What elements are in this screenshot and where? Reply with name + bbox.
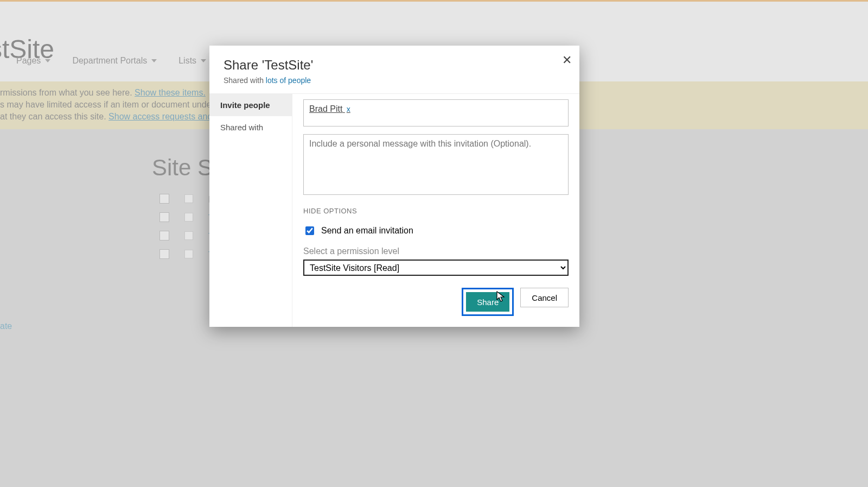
dialog-subtitle: Shared with lots of people (209, 76, 579, 93)
shared-with-prefix: Shared with (224, 76, 266, 85)
person-name: Brad Pitt (309, 104, 342, 113)
dialog-form: Brad Pitt x HIDE OPTIONS Send an email i… (292, 94, 579, 327)
share-button-highlight: Share (462, 288, 514, 316)
message-input[interactable] (303, 134, 569, 195)
remove-person-icon[interactable]: x (347, 105, 350, 113)
share-dialog: ✕ Share 'TestSite' Shared with lots of p… (209, 46, 579, 327)
send-email-label: Send an email invitation (321, 226, 413, 236)
cancel-button[interactable]: Cancel (520, 288, 569, 307)
tab-invite-people[interactable]: Invite people (209, 94, 292, 116)
tab-shared-with[interactable]: Shared with (209, 116, 292, 138)
dialog-tabs: Invite people Shared with (209, 94, 292, 327)
share-button[interactable]: Share (466, 292, 509, 312)
dialog-title: Share 'TestSite' (209, 46, 579, 76)
send-email-checkbox[interactable] (305, 226, 314, 235)
hide-options-toggle[interactable]: HIDE OPTIONS (303, 207, 569, 215)
close-icon[interactable]: ✕ (562, 53, 572, 67)
permission-label: Select a permission level (303, 246, 569, 256)
person-chip[interactable]: Brad Pitt x (309, 104, 350, 113)
lots-of-people-link[interactable]: lots of people (266, 76, 311, 85)
permission-select[interactable]: TestSite Visitors [Read] (303, 260, 569, 276)
people-picker[interactable]: Brad Pitt x (303, 99, 569, 127)
